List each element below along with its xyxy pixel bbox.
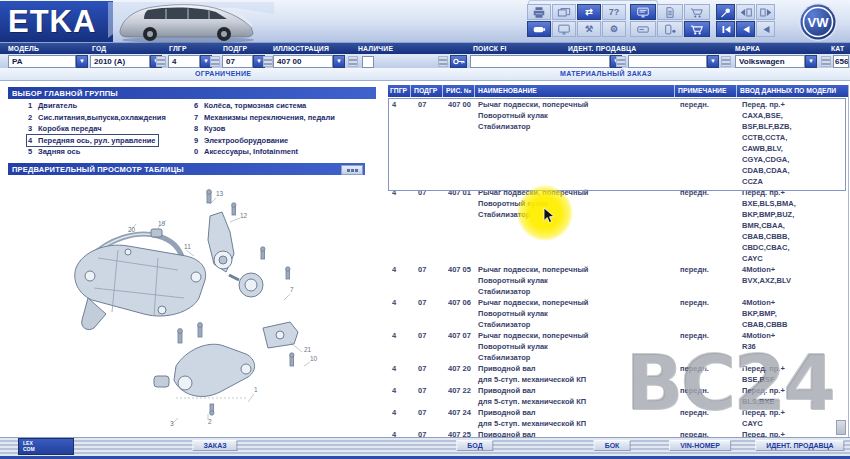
main-group-list-col1: 1Двигатель2Сис.питания,выпуска,охлаждени… [28, 100, 198, 158]
year-input[interactable]: 2010 (A) [90, 55, 150, 68]
divider-grip [210, 56, 220, 67]
table-scrollbar-nub[interactable] [836, 420, 846, 435]
divider-grip [616, 56, 626, 67]
key-search-button[interactable] [450, 55, 467, 68]
filter-label-bar: МОДЕЛЬ ГОД ГЛГР ПОДГР ИЛЛЮСТРАЦИЯ НАЛИЧИ… [0, 43, 850, 54]
svg-text:12: 12 [240, 212, 248, 219]
parts-table-row-407-25[interactable]: 407407 25Приводной валпередн.Перед. пр.+ [388, 429, 848, 437]
section-links-row: ОГРАНИЧЕНИЕ МАТЕРИАЛЬНЫЙ ЗАКАЗ [0, 68, 850, 81]
main-group-item-0[interactable]: 0Аксессуары, Infotainment [194, 146, 379, 158]
print-icon[interactable] [527, 4, 551, 20]
model-label: МОДЕЛЬ [8, 45, 39, 52]
main-group-item-6[interactable]: 6Колёса, тормозная система [194, 100, 379, 112]
divider-grip [348, 56, 358, 67]
bok-button[interactable]: БОК [594, 440, 631, 451]
illustration-input[interactable]: 407 00 [273, 55, 333, 68]
seller-id-input[interactable] [628, 55, 707, 68]
preview-options-button[interactable] [341, 165, 363, 175]
main-group-item-7[interactable]: 7Механизмы переключения, педали [194, 112, 379, 124]
seller-id-button[interactable]: ИДЕНТ. ПРОДАВЦА [755, 440, 844, 451]
main-group-list-col2: 6Колёса, тормозная система7Механизмы пер… [194, 100, 379, 158]
toolbar-group-2 [630, 4, 710, 37]
page-forward-icon[interactable] [756, 4, 775, 20]
parts-table-row-407-06[interactable]: 407407 06Рычаг подвески, поперечныйПовор… [388, 297, 848, 330]
page-back-icon[interactable] [736, 4, 755, 20]
etka-window: ETKA ⇄7?⚒⚙ [0, 0, 850, 459]
material-order-link[interactable]: МАТЕРИАЛЬНЫЙ ЗАКАЗ [560, 70, 652, 77]
parts-table-header: ГПГР ПОДГР РИС. № НАИМЕНОВАНИЕ ПРИМЕЧАНИ… [388, 85, 848, 97]
transfer-icon[interactable]: ⇄ [577, 4, 601, 20]
col-note: ПРИМЕЧАНИЕ [678, 87, 727, 94]
vin-number-button[interactable]: VIN-НОМЕР [669, 440, 731, 451]
parts-table-row-407-22[interactable]: 407407 22Приводной валдля 5-ступ. механи… [388, 385, 848, 407]
availability-checkbox[interactable] [362, 56, 374, 68]
parts-diagram-illustration[interactable]: 201913121171021123 [58, 180, 380, 432]
scanner-icon[interactable] [657, 21, 683, 37]
parts-table-row-407-07[interactable]: 407407 07Рычаг подвески, поперечныйПовор… [388, 330, 848, 363]
illustration-dropdown-button[interactable]: ▼ [333, 55, 345, 68]
back-icon[interactable] [756, 21, 775, 37]
svg-text:19: 19 [158, 220, 166, 227]
sub-group-input[interactable]: 07 [222, 55, 253, 68]
svg-text:10: 10 [310, 355, 318, 362]
wheel-icon[interactable]: ⚙ [602, 21, 626, 37]
main-group-item-5[interactable]: 5Задняя ось [28, 146, 198, 158]
order-button[interactable]: ЗАКАЗ [192, 440, 237, 451]
card-reader-icon[interactable] [630, 21, 656, 37]
svg-text:2: 2 [208, 418, 212, 425]
etka-logo: ETKA [0, 1, 113, 42]
col-models: ВВОД ДАННЫХ ПО МОДЕЛИ [740, 87, 836, 94]
main-group-item-2[interactable]: 2Сис.питания,выпуска,охлаждения [28, 112, 198, 124]
document-icon[interactable] [657, 4, 683, 20]
divider-grip [821, 56, 831, 67]
year-label: ГОД [92, 45, 106, 52]
shopping-cart-icon[interactable] [684, 21, 710, 37]
vin-display-icon[interactable] [630, 4, 656, 20]
restriction-link[interactable]: ОГРАНИЧЕНИЕ [195, 70, 251, 77]
main-group-item-8[interactable]: 8Кузов [194, 123, 379, 135]
cartridge-icon[interactable] [527, 21, 551, 37]
parts-table-row-407-24[interactable]: 407407 24Приводной валдля 5-ступ. механи… [388, 407, 848, 429]
main-group-item-9[interactable]: 9Электрооборудование [194, 135, 379, 147]
model-dropdown-button[interactable]: ▼ [76, 55, 88, 68]
filter-input-row: PA ▼ 2010 (A) ▼ 4 ▼ 07 ▼ 407 00 ▼ ▼ ▼ Vo… [0, 54, 850, 68]
main-group-label: ГЛГР [169, 45, 187, 52]
main-group-item-4[interactable]: 4Передняя ось, рул. управление [26, 134, 159, 148]
model-input[interactable]: PA [8, 55, 76, 68]
toolbar-group-1: ⇄7?⚒⚙ [527, 4, 626, 37]
print-preview-icon[interactable] [552, 4, 576, 20]
first-page-icon[interactable] [716, 21, 735, 37]
main-group-panel-title: ВЫБОР ГЛАВНОЙ ГРУППЫ [12, 89, 118, 98]
divider-grip [721, 56, 731, 67]
search-fi-input[interactable] [470, 55, 610, 68]
help-lookup-icon[interactable]: 7? [602, 4, 626, 20]
seller-id-dropdown-button[interactable]: ▼ [707, 55, 719, 68]
sub-group-label: ПОДГР [223, 45, 247, 52]
parts-table-row-407-00[interactable]: 407407 00Рычаг подвески, поперечныйПовор… [388, 99, 848, 187]
catalog-label: КАТ [831, 45, 844, 52]
divider-grip [156, 56, 166, 67]
svg-text:21: 21 [304, 346, 312, 353]
parts-table-row-407-01[interactable]: 407407 01Рычаг подвески, поперечныйПовор… [388, 187, 848, 264]
parts-table-body: 407407 00Рычаг подвески, поперечныйПовор… [388, 99, 848, 437]
brand-input[interactable]: Volkswagen [735, 55, 805, 68]
monitor-icon[interactable] [552, 21, 576, 37]
svg-text:VW: VW [808, 15, 830, 30]
main-group-item-1[interactable]: 1Двигатель [28, 100, 198, 112]
pin-icon[interactable] [716, 4, 735, 20]
bod-button[interactable]: БОД [456, 440, 493, 451]
prev-page-icon[interactable] [736, 21, 755, 37]
svg-text:11: 11 [184, 243, 191, 250]
preview-panel-title: ПРЕДВАРИТЕЛЬНЫЙ ПРОСМОТР ТАБЛИЦЫ [12, 165, 184, 174]
cart-add-icon[interactable] [684, 4, 710, 20]
service-tools-icon[interactable]: ⚒ [577, 21, 601, 37]
col-podgr: ПОДГР [414, 87, 437, 94]
toolbar-group-3 [716, 4, 775, 37]
parts-table-row-407-05[interactable]: 407407 05Рычаг подвески, поперечныйПовор… [388, 264, 848, 297]
top-header: ETKA ⇄7?⚒⚙ [0, 0, 850, 43]
catalog-input[interactable]: 656 [833, 55, 849, 68]
parts-table-row-407-20[interactable]: 407407 20Приводной валдля 5-ступ. механи… [388, 363, 848, 385]
seller-id-label: ИДЕНТ. ПРОДАВЦА [568, 45, 636, 52]
main-group-input[interactable]: 4 [168, 55, 200, 68]
brand-dropdown-button[interactable]: ▼ [805, 55, 817, 68]
